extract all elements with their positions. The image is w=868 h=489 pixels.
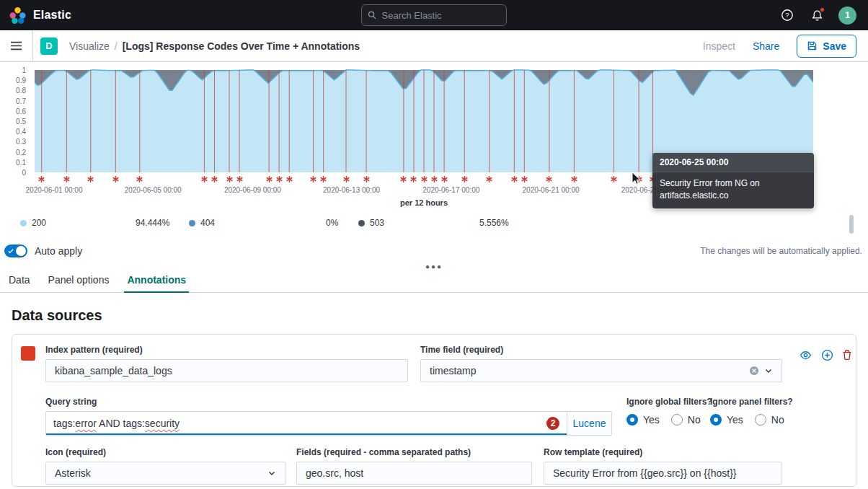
legend-item-503[interactable]: 503 xyxy=(358,218,384,228)
annotation-asterisk-icon[interactable] xyxy=(226,176,233,182)
inspect-button[interactable]: Inspect xyxy=(703,40,735,52)
help-icon: ? xyxy=(781,9,794,22)
legend-percent-404: 0% xyxy=(326,218,338,228)
query-string-label: Query string xyxy=(45,397,612,407)
check-icon xyxy=(7,247,14,255)
annotation-asterisk-icon[interactable] xyxy=(266,176,273,182)
breadcrumb-separator: / xyxy=(115,40,118,52)
page-title: [Logs] Response Codes Over Time + Annota… xyxy=(123,40,360,52)
annotation-asterisk-icon[interactable] xyxy=(136,176,143,182)
breadcrumb: Visualize / [Logs] Response Codes Over T… xyxy=(69,40,360,52)
add-data-source-button[interactable] xyxy=(820,348,834,362)
time-field-select[interactable]: timestamp xyxy=(420,359,782,382)
annotation-asterisk-icon[interactable] xyxy=(611,176,617,182)
x-axis-tick-label: 2020-06-05 00:00 xyxy=(125,186,182,194)
legend-item-404[interactable]: 404 xyxy=(189,218,215,228)
auto-apply-toggle[interactable] xyxy=(4,244,27,257)
annotation-asterisk-icon[interactable] xyxy=(112,176,119,182)
annotation-asterisk-icon[interactable] xyxy=(310,176,316,182)
query-language-button[interactable]: Lucene xyxy=(567,412,611,435)
annotation-asterisk-icon[interactable] xyxy=(211,176,218,182)
save-button[interactable]: Save xyxy=(797,35,856,58)
annotation-asterisk-icon[interactable] xyxy=(461,176,468,182)
annotation-asterisk-icon[interactable] xyxy=(410,176,417,182)
ignore-global-yes-label: Yes xyxy=(643,414,660,426)
annotation-asterisk-icon[interactable] xyxy=(343,176,350,182)
elastic-brand[interactable]: Elastic xyxy=(9,6,71,25)
breadcrumb-visualize-link[interactable]: Visualize xyxy=(69,40,110,52)
header-actions: ? 1 xyxy=(779,6,856,25)
annotation-asterisk-icon[interactable] xyxy=(87,176,94,182)
x-axis-tick-label: 2020-06-21 00:00 xyxy=(523,186,580,194)
annotation-asterisk-icon[interactable] xyxy=(400,176,407,182)
tooltip-annotation-text: Security Error from NG on artifacts.elas… xyxy=(652,172,814,208)
chart-plot-area[interactable]: 2020-06-25 00:00 Security Error from NG … xyxy=(35,68,813,175)
dashboard-app-badge[interactable]: D xyxy=(40,38,58,55)
tab-annotations[interactable]: Annotations xyxy=(124,270,189,293)
annotation-asterisk-icon[interactable] xyxy=(521,176,528,182)
query-text[interactable]: tags:error AND tags:security 2 xyxy=(46,412,567,435)
ignore-panel-yes-label: Yes xyxy=(727,414,743,426)
delete-data-source-button[interactable] xyxy=(840,348,854,362)
ignore-global-no-radio[interactable] xyxy=(671,414,683,426)
annotation-asterisk-icon[interactable] xyxy=(546,176,552,182)
legend-dot-404 xyxy=(189,220,195,226)
notifications-button[interactable] xyxy=(809,7,825,23)
x-axis-tick-label: 2020-06-17 00:00 xyxy=(422,186,479,194)
annotation-asterisk-icon[interactable] xyxy=(431,176,438,182)
user-avatar[interactable]: 1 xyxy=(838,6,856,25)
app-toolbar: D Visualize / [Logs] Response Codes Over… xyxy=(0,30,868,62)
annotation-asterisk-icon[interactable] xyxy=(63,176,70,182)
help-menu-button[interactable]: ? xyxy=(779,7,795,23)
annotation-asterisk-icon[interactable] xyxy=(421,176,428,182)
scrollbar-thumb[interactable] xyxy=(849,215,854,234)
query-part-misspelled: security xyxy=(145,418,180,429)
ignore-panel-no-radio[interactable] xyxy=(755,414,766,426)
y-axis-tick-label: 0.3 xyxy=(16,138,26,146)
hide-series-button[interactable] xyxy=(798,348,812,362)
share-button[interactable]: Share xyxy=(753,40,779,52)
index-pattern-input[interactable] xyxy=(45,359,408,382)
legend-percent-503: 5.556% xyxy=(479,218,509,228)
tab-data[interactable]: Data xyxy=(6,270,33,293)
annotation-asterisk-icon[interactable] xyxy=(320,176,327,182)
x-axis-tick-label: 2020-06-13 00:00 xyxy=(323,186,380,194)
tab-panel-options[interactable]: Panel options xyxy=(45,270,112,293)
annotation-asterisk-icon[interactable] xyxy=(286,176,293,182)
toggle-knob xyxy=(16,246,26,256)
annotation-asterisk-icon[interactable] xyxy=(486,176,492,182)
global-search[interactable] xyxy=(361,4,507,26)
search-input[interactable] xyxy=(382,10,500,21)
annotation-asterisk-icon[interactable] xyxy=(38,176,45,182)
query-string-input[interactable]: tags:error AND tags:security 2 Lucene xyxy=(45,411,612,436)
icon-select-value: Asterisk xyxy=(55,467,267,479)
annotation-asterisk-icon[interactable] xyxy=(511,176,518,182)
ignore-panel-yes-radio[interactable] xyxy=(710,414,722,426)
chart-legend: 200 94.444% 404 0% 503 5.556% xyxy=(0,213,868,232)
icon-select[interactable]: Asterisk xyxy=(45,462,285,485)
auto-apply-row: Auto apply The changes will be automatic… xyxy=(0,241,868,261)
annotation-asterisk-icon[interactable] xyxy=(276,176,283,182)
annotation-asterisk-icon[interactable] xyxy=(236,176,243,182)
legend-item-200[interactable]: 200 xyxy=(20,218,46,228)
annotation-color-swatch[interactable] xyxy=(21,346,35,361)
hamburger-menu-icon xyxy=(10,40,22,52)
row-template-input[interactable] xyxy=(544,462,781,485)
query-error-badge[interactable]: 2 xyxy=(546,417,559,430)
main-menu-button[interactable] xyxy=(0,30,33,61)
chevron-down-icon xyxy=(267,469,276,477)
annotation-asterisk-icon[interactable] xyxy=(363,176,370,182)
chart-tooltip: 2020-06-25 00:00 Security Error from NG … xyxy=(652,153,814,208)
fields-input[interactable] xyxy=(296,462,532,485)
ignore-global-yes-radio[interactable] xyxy=(626,414,638,426)
editor-tabs: Data Panel options Annotations xyxy=(0,271,868,293)
annotation-asterisk-icon[interactable] xyxy=(201,176,208,182)
y-axis-tick-label: 1 xyxy=(22,66,26,74)
row-template-label: Row template (required) xyxy=(544,447,781,457)
legend-label-200: 200 xyxy=(32,218,46,228)
y-axis-tick-label: 0.5 xyxy=(16,118,26,125)
annotation-asterisk-icon[interactable] xyxy=(571,176,577,182)
auto-apply-label: Auto apply xyxy=(35,245,82,257)
clear-icon[interactable] xyxy=(749,366,759,376)
annotation-asterisk-icon[interactable] xyxy=(441,176,448,182)
